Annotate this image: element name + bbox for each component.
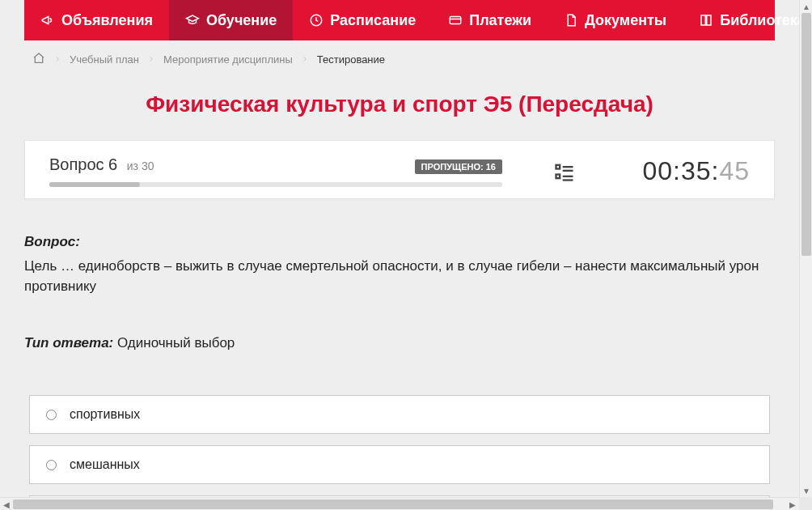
progress-bar [49, 182, 502, 187]
gradcap-icon [185, 13, 200, 28]
question-number-label: Вопрос 6 [49, 155, 122, 173]
answer-options: спортивных смешанных [24, 395, 775, 497]
chevron-right-icon [53, 53, 61, 66]
question-total-label: из 30 [127, 159, 154, 172]
option-label: спортивных [70, 407, 140, 422]
breadcrumb: Учебный план Мероприятие дисциплины Тест… [24, 40, 775, 75]
question-body: Вопрос: Цель … единоборств – выжить в сл… [24, 199, 775, 353]
svg-rect-2 [556, 164, 560, 168]
status-panel: Вопрос 6 из 30 ПРОПУЩЕНО: 16 [24, 140, 775, 199]
answer-option[interactable]: спортивных [29, 395, 770, 434]
nav-schedule[interactable]: Расписание [293, 0, 432, 40]
document-icon [564, 13, 578, 28]
breadcrumb-link[interactable]: Мероприятие дисциплины [163, 53, 293, 66]
clock-icon [309, 13, 324, 28]
scroll-thumb[interactable] [801, 13, 811, 256]
nav-label: Библиотека [720, 12, 799, 29]
nav-label: Объявления [61, 12, 153, 29]
breadcrumb-current: Тестирование [317, 53, 385, 66]
scroll-left-arrow-icon[interactable]: ◀ [0, 498, 13, 510]
radio-icon [46, 460, 57, 470]
question-list-button[interactable] [551, 158, 578, 185]
progress-fill [49, 182, 140, 187]
scroll-corner [799, 497, 812, 510]
svg-rect-1 [450, 17, 461, 24]
scroll-thumb[interactable] [13, 499, 773, 509]
nav-payments[interactable]: Платежи [432, 0, 548, 40]
nav-documents[interactable]: Документы [548, 0, 683, 40]
card-icon [448, 13, 463, 28]
question-label: Вопрос: [24, 232, 775, 253]
scroll-right-arrow-icon[interactable]: ▶ [786, 498, 799, 510]
vertical-scrollbar[interactable]: ▲ ▼ [799, 0, 812, 497]
answer-option[interactable]: смешанных [29, 445, 770, 484]
chevron-right-icon [147, 53, 155, 66]
page-title: Физическая культура и спорт Э5 (Пересдач… [24, 75, 775, 140]
skipped-badge: ПРОПУЩЕНО: 16 [415, 159, 502, 174]
chevron-right-icon [301, 53, 309, 66]
nav-label: Расписание [330, 12, 416, 29]
nav-label: Платежи [469, 12, 531, 29]
megaphone-icon [40, 13, 55, 28]
svg-rect-3 [556, 174, 560, 178]
top-nav: Объявления Обучение Расписание Платежи [24, 0, 775, 40]
nav-label: Документы [585, 12, 666, 29]
breadcrumb-link[interactable]: Учебный план [70, 53, 139, 66]
nav-learning[interactable]: Обучение [169, 0, 293, 40]
option-label: смешанных [70, 457, 140, 472]
answer-type: Тип ответа: Одиночный выбор [24, 333, 775, 354]
horizontal-scrollbar[interactable]: ◀ ▶ [0, 497, 799, 510]
question-text: Цель … единоборств – выжить в случае сме… [24, 256, 775, 297]
scroll-up-arrow-icon[interactable]: ▲ [800, 0, 812, 13]
nav-announcements[interactable]: Объявления [24, 0, 169, 40]
nav-label: Обучение [206, 12, 277, 29]
nav-library[interactable]: Библиотека [683, 0, 799, 40]
scroll-down-arrow-icon[interactable]: ▼ [800, 484, 812, 497]
home-icon[interactable] [32, 52, 45, 67]
timer: 00:35:45 [642, 156, 750, 186]
radio-icon [46, 410, 57, 420]
book-icon [699, 13, 713, 28]
